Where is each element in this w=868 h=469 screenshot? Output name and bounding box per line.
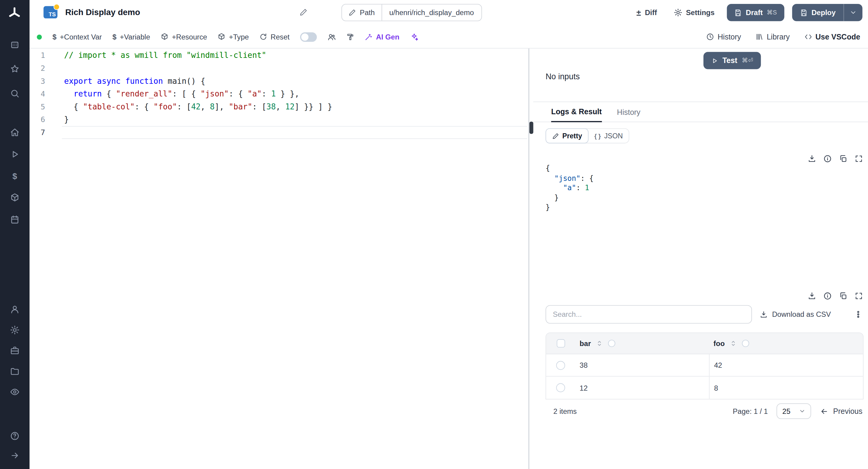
add-type-button[interactable]: +Type [218, 33, 249, 41]
row-select-checkbox[interactable] [556, 361, 565, 370]
ai-gen-button[interactable]: AI Gen [365, 33, 400, 41]
sort-icon[interactable] [730, 340, 737, 347]
expand-icon[interactable] [855, 155, 863, 163]
line-number: 3 [30, 75, 52, 88]
home-icon[interactable] [9, 127, 21, 138]
save-icon [800, 9, 808, 17]
copy-icon[interactable] [839, 155, 847, 163]
table-header: bar foo [546, 333, 863, 354]
deploy-split-button: Deploy [792, 4, 863, 21]
row-select-checkbox[interactable] [556, 383, 565, 393]
column-header-bar[interactable]: bar [580, 339, 591, 347]
chevron-down-icon [799, 408, 806, 414]
history-button[interactable]: History [707, 33, 741, 41]
collab-toggle[interactable] [300, 32, 317, 41]
cube-icon [218, 33, 225, 41]
use-vscode-button[interactable]: Use VSCode [804, 33, 860, 41]
sort-icon[interactable] [596, 340, 603, 347]
add-resource-button[interactable]: +Resource [161, 33, 207, 41]
items-count: 2 items [553, 407, 577, 415]
info-icon[interactable] [824, 155, 832, 163]
editor-toolbar: $ +Context Var $ +Variable +Resource +Ty… [30, 25, 868, 49]
search-input[interactable] [546, 305, 752, 323]
pane-divider[interactable] [528, 49, 530, 469]
resources-cube-icon[interactable] [9, 192, 21, 204]
people-icon[interactable] [328, 33, 336, 41]
table-footer: 2 items Page: 1 / 1 25 Previous [546, 399, 864, 423]
wand-icon [365, 33, 373, 41]
settings-button[interactable]: Settings [669, 4, 719, 21]
tab-history[interactable]: History [617, 102, 641, 122]
edit-title-icon[interactable] [300, 8, 307, 16]
column-header-foo[interactable]: foo [713, 339, 724, 347]
draft-button[interactable]: Draft ⌘S [727, 4, 784, 21]
settings-gear-icon[interactable] [9, 324, 21, 336]
select-all-checkbox[interactable] [556, 339, 565, 347]
column-toggle[interactable] [742, 340, 749, 347]
reset-icon [259, 33, 267, 41]
result-actions [808, 155, 863, 163]
deploy-dropdown-button[interactable] [844, 4, 863, 21]
code-editor[interactable]: 1234567 // import * as wmill from "windm… [30, 49, 528, 469]
line-number: 7 [30, 126, 52, 139]
json-mode-button[interactable]: { } JSON [588, 128, 629, 144]
reset-button[interactable]: Reset [259, 33, 290, 41]
page-size-select[interactable]: 25 [777, 403, 811, 419]
table-menu-button[interactable] [854, 310, 863, 319]
apps-icon[interactable] [9, 39, 21, 51]
path-value[interactable]: u/henri/rich_display_demo [382, 4, 481, 21]
column-toggle[interactable] [608, 340, 615, 347]
download-icon[interactable] [808, 155, 816, 163]
copy-icon[interactable] [839, 292, 847, 300]
test-button[interactable]: Test ⌘⏎ [704, 52, 761, 69]
sidebar: $ [0, 0, 30, 469]
tab-logs-result[interactable]: Logs & Result [551, 102, 602, 122]
table-cell: 42 [709, 354, 863, 376]
pretty-mode-button[interactable]: Pretty [546, 128, 589, 144]
deploy-button[interactable]: Deploy [792, 4, 844, 21]
variables-dollar-icon[interactable]: $ [9, 170, 21, 182]
result-json-block: { "json": { "a": 1 }} [546, 163, 593, 212]
code-line [64, 126, 528, 139]
add-variable-button[interactable]: $ +Variable [113, 33, 150, 41]
runs-play-icon[interactable] [9, 148, 21, 160]
test-shortcut: ⌘⏎ [742, 57, 753, 64]
folders-icon[interactable] [9, 365, 21, 377]
format-brush-icon[interactable] [347, 33, 354, 41]
workers-briefcase-icon[interactable] [9, 345, 21, 356]
line-number: 2 [30, 62, 52, 75]
schedules-calendar-icon[interactable] [9, 214, 21, 225]
play-icon [711, 57, 718, 64]
previous-page-button[interactable]: Previous [820, 407, 863, 415]
no-inputs-text: No inputs [546, 72, 580, 81]
download-csv-button[interactable]: Download as CSV [760, 305, 831, 323]
pencil-icon [349, 9, 356, 16]
table-actions [808, 292, 863, 300]
path-edit-button[interactable]: Path [342, 4, 382, 21]
search-icon[interactable] [9, 88, 21, 99]
library-button[interactable]: Library [755, 33, 789, 41]
help-question-icon[interactable] [9, 430, 21, 442]
pen-icon [552, 133, 559, 139]
windmill-logo-icon[interactable] [7, 6, 22, 21]
pane-divider-handle[interactable] [530, 122, 533, 134]
info-icon[interactable] [824, 292, 832, 300]
result-table: bar foo 3842128 2 items [546, 333, 864, 423]
result-tabs: Logs & Result History [533, 102, 868, 122]
favorites-star-icon[interactable] [9, 63, 21, 75]
audit-eye-icon[interactable] [9, 386, 21, 398]
diff-button[interactable]: ± Diff [632, 4, 661, 21]
download-icon [760, 310, 768, 318]
sparkles-icon[interactable] [410, 33, 418, 41]
users-person-icon[interactable] [9, 304, 21, 315]
table-body: 3842128 [546, 354, 863, 399]
download-icon[interactable] [808, 292, 816, 300]
collapse-arrow-icon[interactable] [9, 450, 21, 462]
chevron-down-icon [849, 9, 857, 16]
table-row: 128 [546, 376, 863, 399]
expand-icon[interactable] [855, 292, 863, 300]
add-context-var-button[interactable]: $ +Context Var [53, 33, 102, 41]
json-line: "json": { [546, 173, 593, 183]
library-icon [755, 33, 764, 41]
line-number: 4 [30, 88, 52, 101]
